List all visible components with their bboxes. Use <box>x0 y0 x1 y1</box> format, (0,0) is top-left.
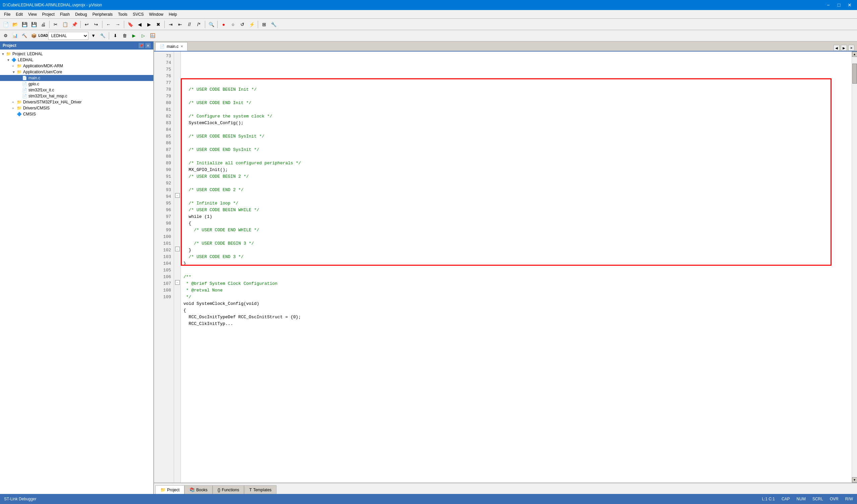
menu-item-debug[interactable]: Debug <box>73 10 90 18</box>
debug-reset-button[interactable]: ↺ <box>238 20 247 29</box>
debug-target-button[interactable]: ⚡ <box>247 20 256 29</box>
tab-label: main.c <box>167 44 179 49</box>
tree-item-ledhal-root[interactable]: ▼🔷LEDHAL <box>0 57 153 63</box>
new-file-button[interactable]: 📄 <box>1 20 10 29</box>
tree-item-stm32f1xx-it-c[interactable]: 📄stm32f1xx_it.c <box>0 87 153 93</box>
debug-window-button[interactable]: 🪟 <box>148 32 157 40</box>
batch-build-button[interactable]: 📦 <box>30 32 38 40</box>
editor-tab-main-c[interactable]: 📄 main.c ✕ <box>155 42 187 51</box>
bookmark-button[interactable]: 🔖 <box>126 20 135 29</box>
maximize-button[interactable]: □ <box>834 1 844 9</box>
code-text-91: /* Infinite loop */ <box>183 200 238 207</box>
panel-pin-button[interactable]: 📌 <box>139 43 144 48</box>
tree-item-main-c[interactable]: 📄main.c <box>0 75 153 81</box>
code-text-106: void SystemClock_Config(void) <box>183 301 259 307</box>
menu-item-help[interactable]: Help <box>166 10 180 18</box>
tree-expand-drivers-stm32[interactable]: + <box>12 100 16 104</box>
scroll-track[interactable] <box>852 57 857 477</box>
menu-item-tools[interactable]: Tools <box>116 10 130 18</box>
bookmark-clear-button[interactable]: ✖ <box>154 20 163 29</box>
uncomment-button[interactable]: /* <box>195 20 203 29</box>
menu-item-edit[interactable]: Edit <box>13 10 26 18</box>
find-button[interactable]: 🔍 <box>207 20 216 29</box>
load-button[interactable]: LOAD <box>39 32 48 40</box>
tab-close-all-button[interactable]: ✕ <box>848 45 854 51</box>
view-options-button[interactable]: ⊞ <box>260 20 268 29</box>
save-button[interactable]: 💾 <box>20 20 29 29</box>
flash-erase-button[interactable]: 🗑 <box>120 32 129 40</box>
target-options-button[interactable]: ⚙ <box>1 32 10 40</box>
tree-item-drivers-stm32[interactable]: +📁Drivers/STM32F1xx_HAL_Driver <box>0 99 153 105</box>
bookmark-prev-button[interactable]: ◀ <box>135 20 144 29</box>
scroll-up-button[interactable]: ▲ <box>852 52 857 57</box>
tree-item-gpio-c[interactable]: 📄gpio.c <box>0 81 153 87</box>
tree-item-cmsis[interactable]: 🔷CMSIS <box>0 111 153 117</box>
comment-button[interactable]: // <box>185 20 194 29</box>
gutter-line-73 <box>174 52 181 58</box>
menu-item-view[interactable]: View <box>26 10 39 18</box>
menu-item-project[interactable]: Project <box>39 10 57 18</box>
code-text-94: { <box>183 220 191 227</box>
menu-item-peripherals[interactable]: Peripherals <box>90 10 116 18</box>
code-text-82 <box>183 140 186 147</box>
bottom-tab-project[interactable]: 📁Project <box>155 485 184 494</box>
flash-download-button[interactable]: ⬇ <box>111 32 119 40</box>
collapse-button-107[interactable]: − <box>175 280 180 285</box>
menu-item-window[interactable]: Window <box>146 10 166 18</box>
tree-expand-drivers-cmsis[interactable]: + <box>12 106 16 110</box>
toolbar-main: 📄 📂 💾 💾 🖨 ✂ 📋 📌 ↩ ↪ ← → 🔖 ◀ ▶ ✖ ⇥ ⇤ // /… <box>0 19 857 30</box>
tree-item-project-root[interactable]: ▼📁Project: LEDHAL <box>0 51 153 57</box>
debug-start-button[interactable]: ▶ <box>130 32 138 40</box>
tab-close-button[interactable]: ✕ <box>181 45 183 48</box>
tree-item-app-core[interactable]: ▼📁Application/User/Core <box>0 69 153 75</box>
settings-button[interactable]: 🔧 <box>269 20 278 29</box>
manage-project-button[interactable]: 📊 <box>11 32 19 40</box>
undo-button[interactable]: ↩ <box>82 20 91 29</box>
debug-stop-button[interactable]: ○ <box>229 20 237 29</box>
line-number-102: 102 <box>157 247 171 254</box>
close-button[interactable]: ✕ <box>845 1 854 9</box>
bottom-tab-functions[interactable]: {}Functions <box>213 485 245 494</box>
panel-close-button[interactable]: ✕ <box>145 43 151 48</box>
target-dropdown-btn[interactable]: ▼ <box>89 32 98 40</box>
redo-button[interactable]: ↪ <box>92 20 100 29</box>
unindent-button[interactable]: ⇤ <box>176 20 184 29</box>
bookmark-next-button[interactable]: ▶ <box>145 20 153 29</box>
line-number-85: 85 <box>157 133 171 140</box>
manage-rte-button[interactable]: 🔧 <box>98 32 107 40</box>
line-number-108: 108 <box>157 287 171 294</box>
open-button[interactable]: 📂 <box>11 20 19 29</box>
collapse-button-94[interactable]: − <box>175 193 180 198</box>
save-all-button[interactable]: 💾 <box>30 20 38 29</box>
nav-fwd-button[interactable]: → <box>114 20 122 29</box>
tree-expand-project-root[interactable]: ▼ <box>1 52 5 56</box>
menu-item-flash[interactable]: Flash <box>57 10 72 18</box>
tree-item-app-mdk[interactable]: +📁Application/MDK-ARM <box>0 63 153 69</box>
paste-button[interactable]: 📌 <box>70 20 79 29</box>
indent-button[interactable]: ⇥ <box>166 20 175 29</box>
code-content[interactable]: /* USER CODE BEGIN Init */ /* USER CODE … <box>181 52 852 483</box>
run-button[interactable]: ▷ <box>139 32 148 40</box>
bottom-tab-templates[interactable]: TTemplates <box>244 485 276 494</box>
print-button[interactable]: 🖨 <box>39 20 48 29</box>
debug-run-button[interactable]: ● <box>219 20 228 29</box>
tree-item-drivers-cmsis[interactable]: +📁Drivers/CMSIS <box>0 105 153 111</box>
menu-item-file[interactable]: File <box>1 10 13 18</box>
menu-item-svcs[interactable]: SVCS <box>130 10 147 18</box>
copy-button[interactable]: 📋 <box>61 20 69 29</box>
tab-right-button[interactable]: ▶ <box>841 45 847 51</box>
tree-expand-app-mdk[interactable]: + <box>12 64 16 68</box>
tree-expand-app-core[interactable]: ▼ <box>12 70 16 74</box>
translate-button[interactable]: 🔨 <box>20 32 29 40</box>
collapse-button-102[interactable]: − <box>175 247 180 251</box>
minimize-button[interactable]: − <box>824 1 833 9</box>
scroll-down-button[interactable]: ▼ <box>852 477 857 483</box>
cut-button[interactable]: ✂ <box>51 20 60 29</box>
nav-back-button[interactable]: ← <box>104 20 113 29</box>
target-dropdown[interactable]: LEDHAL <box>48 32 88 40</box>
tree-expand-ledhal-root[interactable]: ▼ <box>7 58 11 62</box>
bottom-tab-books[interactable]: 📚Books <box>184 485 212 494</box>
tree-item-stm32f1xx-hal-msp-c[interactable]: 📄stm32f1xx_hal_msp.c <box>0 93 153 99</box>
tab-left-button[interactable]: ◀ <box>834 45 840 51</box>
scroll-thumb[interactable] <box>852 64 857 84</box>
